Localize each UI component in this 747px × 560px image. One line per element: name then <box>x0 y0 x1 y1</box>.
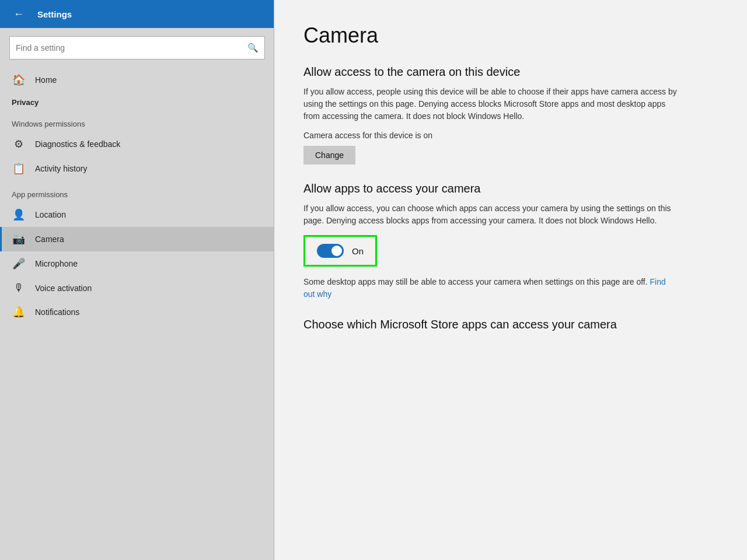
footnote: Some desktop apps may still be able to a… <box>303 276 677 300</box>
toggle-container: On <box>303 235 377 267</box>
section1-status: Camera access for this device is on <box>303 131 718 140</box>
sidebar-item-notifications-label: Notifications <box>35 307 79 317</box>
sidebar-title: Settings <box>37 9 72 19</box>
sidebar-item-activity-label: Activity history <box>35 164 87 173</box>
toggle-label: On <box>352 246 364 256</box>
search-icon: 🔍 <box>247 43 259 53</box>
sidebar-divider <box>274 0 274 560</box>
camera-toggle[interactable] <box>317 244 344 258</box>
search-box-container: 🔍 <box>0 28 274 68</box>
location-icon: 👤 <box>12 208 26 221</box>
section3-heading: Choose which Microsoft Store apps can ac… <box>303 318 718 331</box>
privacy-label: Privacy <box>0 92 274 110</box>
sidebar-item-home[interactable]: 🏠 Home <box>0 68 274 92</box>
sidebar-item-location[interactable]: 👤 Location <box>0 202 274 227</box>
section2-description: If you allow access, you can choose whic… <box>303 202 677 227</box>
section1-description: If you allow access, people using this d… <box>303 86 677 123</box>
search-box: 🔍 <box>9 36 265 60</box>
section1-heading: Allow access to the camera on this devic… <box>303 65 718 79</box>
sidebar-item-microphone[interactable]: 🎤 Microphone <box>0 251 274 276</box>
sidebar-header: ← Settings <box>0 0 274 28</box>
sidebar: ← Settings 🔍 🏠 Home Privacy Windows perm… <box>0 0 274 560</box>
sidebar-item-camera-label: Camera <box>35 235 64 244</box>
windows-permissions-label: Windows permissions <box>0 110 274 132</box>
sidebar-item-microphone-label: Microphone <box>35 259 78 268</box>
voice-icon: 🎙 <box>12 282 26 294</box>
sidebar-item-activity[interactable]: 📋 Activity history <box>0 156 274 181</box>
sidebar-item-camera[interactable]: 📷 Camera <box>0 227 274 251</box>
main-content: Camera Allow access to the camera on thi… <box>274 0 747 560</box>
sidebar-item-voice-activation[interactable]: 🎙 Voice activation <box>0 276 274 300</box>
home-icon: 🏠 <box>12 74 26 86</box>
change-button[interactable]: Change <box>303 146 355 164</box>
search-input[interactable] <box>16 43 247 52</box>
sidebar-item-home-label: Home <box>35 75 57 85</box>
toggle-knob <box>331 246 342 256</box>
sidebar-item-location-label: Location <box>35 210 66 219</box>
diagnostics-icon: ⚙ <box>12 138 26 150</box>
footnote-text: Some desktop apps may still be able to a… <box>303 277 648 286</box>
notifications-icon: 🔔 <box>12 306 26 318</box>
activity-icon: 📋 <box>12 162 26 175</box>
camera-icon: 📷 <box>12 233 26 246</box>
sidebar-item-diagnostics-label: Diagnostics & feedback <box>35 139 120 149</box>
page-title: Camera <box>303 23 718 48</box>
app-permissions-label: App permissions <box>0 181 274 202</box>
section2-heading: Allow apps to access your camera <box>303 182 718 195</box>
back-button[interactable]: ← <box>9 5 28 23</box>
microphone-icon: 🎤 <box>12 257 26 270</box>
sidebar-item-diagnostics[interactable]: ⚙ Diagnostics & feedback <box>0 132 274 156</box>
sidebar-item-notifications[interactable]: 🔔 Notifications <box>0 300 274 324</box>
sidebar-item-voice-label: Voice activation <box>35 284 92 293</box>
